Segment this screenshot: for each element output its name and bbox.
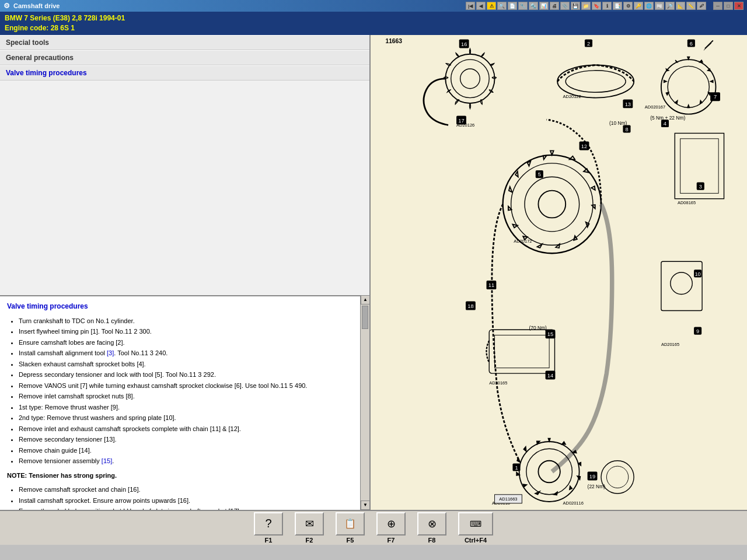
window-title: Camshaft drive: [13, 2, 60, 9]
instr-4: Install camshaft alignment tool [3]. Too…: [19, 348, 353, 358]
svg-point-13: [566, 70, 626, 92]
tb13[interactable]: ⚙: [623, 2, 633, 10]
tb8[interactable]: 💾: [571, 2, 580, 10]
svg-rect-47: [489, 330, 554, 373]
instr-10: 2nd type: Remove thrust washers and spri…: [19, 413, 353, 423]
instr-5: Slacken exhaust camshaft sprocket bolts …: [19, 359, 353, 369]
tb12[interactable]: 📑: [613, 2, 622, 10]
scroll-track-area[interactable]: [361, 304, 369, 501]
svg-text:3: 3: [699, 184, 702, 190]
svg-text:10: 10: [694, 271, 700, 276]
f1-label: F1: [265, 537, 273, 544]
tb5[interactable]: 📊: [539, 2, 549, 10]
f7-button[interactable]: ⊕: [376, 512, 406, 536]
instr-9: 1st type: Remove thrust washer [9].: [19, 402, 353, 412]
scrollbar[interactable]: ▲ ▼: [360, 295, 369, 510]
tb19[interactable]: 📏: [686, 2, 696, 10]
instr-14: Remove tensioner assembly [15].: [19, 456, 353, 466]
title-bar-left: ⚙ Camshaft drive: [4, 2, 60, 10]
nav-special-tools[interactable]: Special tools: [0, 35, 369, 50]
ref-15[interactable]: [15]: [102, 457, 112, 464]
instr2-1: Remove camshaft sprocket and chain [16].: [19, 485, 353, 495]
tb4[interactable]: 🔩: [529, 2, 538, 10]
svg-text:(5 Nm + 22 Nm): (5 Nm + 22 Nm): [650, 115, 685, 121]
svg-text:AD020116: AD020116: [563, 500, 584, 505]
f2-label: F2: [306, 537, 313, 544]
ref-3[interactable]: [3]: [107, 349, 114, 356]
svg-text:1: 1: [515, 464, 518, 470]
f1-icon: ?: [265, 517, 271, 530]
tb14[interactable]: 🔑: [634, 2, 643, 10]
f7-label: F7: [388, 537, 395, 544]
text-panel[interactable]: Valve timing procedures Turn crankshaft …: [0, 295, 360, 510]
f8-key[interactable]: ⊗ F8: [417, 512, 446, 544]
nav-valve-timing[interactable]: Valve timing procedures: [0, 65, 369, 80]
left-panel: Special tools General precautions Valve …: [0, 35, 371, 510]
ctrlf4-key[interactable]: ⌨ Ctrl+F4: [458, 512, 493, 544]
tb9[interactable]: 📁: [581, 2, 591, 10]
f2-button[interactable]: ✉: [295, 512, 324, 536]
svg-text:(10 Nm): (10 Nm): [609, 120, 627, 126]
f7-icon: ⊕: [387, 517, 396, 530]
title-bar-icons: |◀ ◀ ⚠ 🔍 📄 🔧 🔩 📊 🖨 📎 💾 📁 🔖 ℹ 📑 ⚙ 🔑 🌐 📰 🔎…: [466, 2, 743, 10]
right-panel: 11663 16 2 6: [371, 35, 747, 510]
svg-rect-57: [661, 261, 702, 310]
close-button[interactable]: ✕: [734, 2, 743, 10]
tb10[interactable]: 🔖: [592, 2, 601, 10]
f5-button[interactable]: 📋: [336, 512, 365, 536]
maximize-button[interactable]: □: [724, 2, 733, 10]
scroll-down[interactable]: ▼: [361, 501, 369, 510]
scroll-up[interactable]: ▲: [361, 295, 369, 304]
svg-point-64: [538, 460, 560, 482]
f5-label: F5: [347, 537, 354, 544]
svg-text:6: 6: [690, 40, 693, 46]
tb3[interactable]: 🔧: [518, 2, 528, 10]
f2-key[interactable]: ✉ F2: [295, 512, 324, 544]
ctrlf4-button[interactable]: ⌨: [458, 512, 493, 536]
f7-key[interactable]: ⊕ F7: [376, 512, 406, 544]
tb20[interactable]: 🖊: [697, 2, 706, 10]
svg-text:17: 17: [458, 117, 464, 123]
tb16[interactable]: 📰: [655, 2, 664, 10]
f8-button[interactable]: ⊗: [417, 512, 446, 536]
tb18[interactable]: 📐: [676, 2, 685, 10]
svg-text:AD20172: AD20172: [514, 238, 532, 243]
minimize-button[interactable]: ─: [713, 2, 722, 10]
f1-button[interactable]: ?: [254, 512, 283, 536]
svg-point-39: [538, 190, 566, 218]
ctrlf4-icon: ⌨: [470, 519, 481, 528]
svg-rect-48: [495, 335, 550, 368]
warning-icon[interactable]: ⚠: [487, 2, 496, 10]
svg-text:9: 9: [696, 328, 699, 334]
tb6[interactable]: 🖨: [550, 2, 559, 10]
svg-point-38: [525, 177, 580, 232]
tb11[interactable]: ℹ: [602, 2, 612, 10]
nav-general-precautions[interactable]: General precautions: [0, 50, 369, 65]
instr-12: Remove secondary tensioner [13].: [19, 435, 353, 444]
tb17[interactable]: 🔎: [665, 2, 675, 10]
f5-key[interactable]: 📋 F5: [336, 512, 365, 544]
svg-text:14: 14: [547, 372, 553, 378]
ctrlf4-label: Ctrl+F4: [465, 537, 487, 544]
nav-prev[interactable]: ◀: [476, 2, 486, 10]
tb15[interactable]: 🌐: [644, 2, 654, 10]
f1-key[interactable]: ? F1: [254, 512, 283, 544]
svg-text:7: 7: [714, 94, 717, 100]
text-content-wrapper: Valve timing procedures Turn crankshaft …: [0, 295, 369, 510]
nav-first[interactable]: |◀: [466, 2, 475, 10]
svg-text:AD11663: AD11663: [499, 496, 517, 502]
svg-text:(22 Nm): (22 Nm): [588, 483, 606, 489]
svg-text:2: 2: [587, 40, 590, 46]
instr-6: Depress secondary tensioner and lock wit…: [19, 370, 353, 380]
svg-line-19: [705, 40, 713, 48]
f5-icon: 📋: [344, 518, 356, 529]
svg-text:(70 Nm): (70 Nm): [529, 325, 547, 331]
svg-point-8: [460, 69, 480, 89]
tb2[interactable]: 📄: [508, 2, 517, 10]
f8-label: F8: [428, 537, 436, 544]
svg-text:AD020167: AD020167: [645, 104, 665, 110]
note-text: NOTE: Tensioner has strong spring.: [7, 471, 353, 481]
tb1[interactable]: 🔍: [497, 2, 507, 10]
tb7[interactable]: 📎: [560, 2, 570, 10]
scroll-thumb[interactable]: [362, 306, 368, 329]
